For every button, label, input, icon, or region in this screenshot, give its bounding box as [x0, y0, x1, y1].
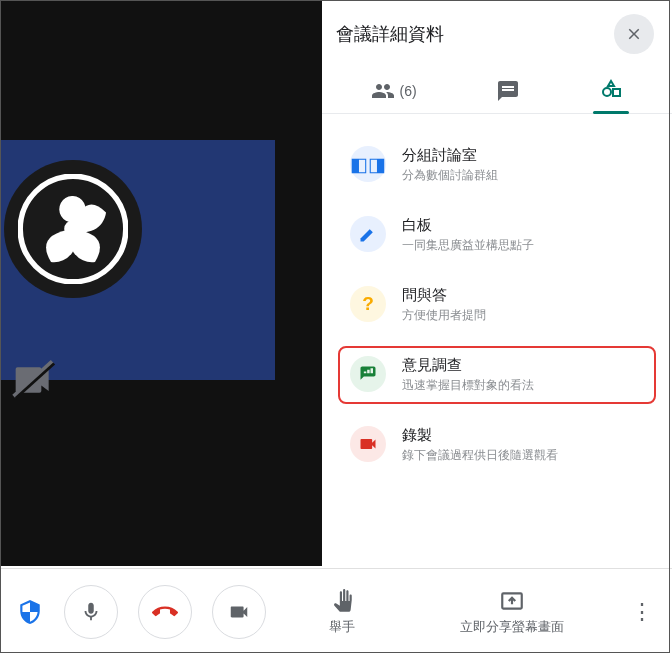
activity-desc: 迅速掌握目標對象的看法 [402, 377, 534, 394]
camera-off-icon [10, 358, 58, 406]
activity-breakout[interactable]: ◧◨ 分組討論室 分為數個討論群組 [340, 138, 654, 192]
panel-title: 會議詳細資料 [336, 22, 444, 46]
tab-chat[interactable] [482, 69, 534, 113]
svg-point-1 [64, 220, 82, 238]
activity-qa[interactable]: ? 問與答 方便使用者提問 [340, 278, 654, 332]
activity-title: 白板 [402, 216, 534, 235]
present-label: 立即分享螢幕畫面 [460, 618, 564, 636]
activity-title: 分組討論室 [402, 146, 498, 165]
activity-title: 意見調查 [402, 356, 534, 375]
activity-title: 問與答 [402, 286, 486, 305]
bottom-bar: 舉手 立即分享螢幕畫面 ⋮ [0, 568, 672, 655]
activity-whiteboard[interactable]: 白板 一同集思廣益並構思點子 [340, 208, 654, 262]
raise-hand-label: 舉手 [329, 618, 355, 636]
panel-tabs: (6) [322, 64, 672, 114]
activity-desc: 錄下會議過程供日後隨選觀看 [402, 447, 558, 464]
video-area [0, 0, 322, 566]
whiteboard-icon [350, 216, 386, 252]
participant-avatar [4, 160, 142, 298]
raise-hand-button[interactable]: 舉手 [282, 588, 402, 636]
breakout-icon: ◧◨ [350, 146, 386, 182]
shield-icon[interactable] [16, 598, 44, 626]
poll-icon [350, 356, 386, 392]
tab-activities[interactable] [585, 69, 637, 113]
record-icon [350, 426, 386, 462]
more-options-button[interactable]: ⋮ [622, 599, 662, 625]
camera-button[interactable] [212, 585, 266, 639]
people-count: (6) [399, 83, 416, 99]
activity-title: 錄製 [402, 426, 558, 445]
activity-desc: 一同集思廣益並構思點子 [402, 237, 534, 254]
activity-desc: 方便使用者提問 [402, 307, 486, 324]
mic-button[interactable] [64, 585, 118, 639]
activities-list: ◧◨ 分組討論室 分為數個討論群組 白板 一同集思廣益並構思點子 ? 問與答 [322, 114, 672, 496]
hangup-button[interactable] [138, 585, 192, 639]
qa-icon: ? [350, 286, 386, 322]
present-button[interactable]: 立即分享螢幕畫面 [452, 588, 572, 636]
activity-poll[interactable]: 意見調查 迅速掌握目標對象的看法 [340, 348, 654, 402]
close-button[interactable] [614, 14, 654, 54]
tab-people[interactable]: (6) [357, 69, 430, 113]
activity-desc: 分為數個討論群組 [402, 167, 498, 184]
details-panel: 會議詳細資料 (6) ◧◨ 分組討論室 分為數個討論群組 [322, 0, 672, 566]
activity-record[interactable]: 錄製 錄下會議過程供日後隨選觀看 [340, 418, 654, 472]
